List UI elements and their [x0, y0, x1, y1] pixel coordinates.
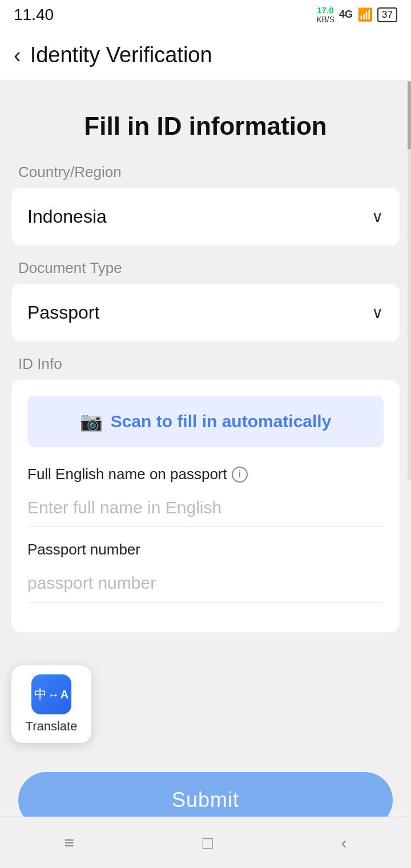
id-info-label: ID Info: [0, 355, 411, 380]
network-icon: 4G: [339, 9, 353, 21]
country-region-value: Indonesia: [27, 206, 107, 227]
passport-number-input[interactable]: [27, 564, 384, 602]
speed-indicator: 17.0 KB/S: [316, 6, 335, 24]
home-icon[interactable]: □: [203, 833, 213, 853]
page-heading: Fill in ID information: [0, 81, 411, 163]
status-time: 11.40: [14, 6, 54, 24]
translate-widget[interactable]: 中 ↔ A Translate: [11, 665, 91, 743]
scroll-thumb: [408, 81, 411, 150]
speed-unit: KB/S: [316, 15, 335, 24]
translate-label: Translate: [26, 719, 78, 734]
full-name-field-group: Full English name on passport i: [27, 465, 384, 527]
scroll-track[interactable]: [408, 81, 411, 481]
scan-label: Scan to fill in automatically: [111, 412, 332, 431]
back-button[interactable]: ‹: [14, 45, 21, 66]
back-nav-icon[interactable]: ‹: [341, 833, 347, 853]
passport-number-label: Passport number: [27, 541, 384, 558]
full-name-label: Full English name on passport i: [27, 465, 384, 483]
chevron-down-icon: ∨: [372, 207, 384, 226]
status-icons: 17.0 KB/S 4G 📶 37: [316, 6, 397, 24]
passport-number-field-group: Passport number: [27, 541, 384, 602]
camera-icon: 📷: [80, 411, 103, 432]
battery-icon: 37: [377, 7, 397, 22]
speed-value: 17.0: [317, 6, 334, 15]
document-type-dropdown[interactable]: Passport ∨: [11, 284, 400, 341]
nav-bar: ≡ □ ‹: [0, 817, 411, 868]
document-type-label: Document Type: [0, 259, 411, 284]
document-type-card: Passport ∨: [11, 284, 400, 341]
page-title: Identity Verification: [30, 43, 212, 67]
content-area: Fill in ID information Country/Region In…: [0, 81, 411, 868]
status-bar: 11.40 17.0 KB/S 4G 📶 37: [0, 0, 411, 30]
id-info-card: 📷 Scan to fill in automatically Full Eng…: [11, 380, 400, 632]
menu-icon[interactable]: ≡: [64, 833, 74, 853]
country-region-label: Country/Region: [0, 163, 411, 188]
signal-icon: 📶: [357, 7, 373, 22]
info-icon[interactable]: i: [232, 467, 248, 483]
full-name-input[interactable]: [27, 489, 384, 527]
country-region-card: Indonesia ∨: [11, 188, 400, 246]
form-title: Fill in ID information: [18, 112, 393, 140]
chevron-down-icon: ∨: [372, 303, 384, 322]
translate-icon: 中 ↔ A: [31, 674, 71, 714]
document-type-value: Passport: [27, 302, 99, 323]
top-nav: ‹ Identity Verification: [0, 30, 411, 81]
scan-button[interactable]: 📷 Scan to fill in automatically: [27, 396, 384, 447]
country-region-dropdown[interactable]: Indonesia ∨: [11, 188, 400, 246]
